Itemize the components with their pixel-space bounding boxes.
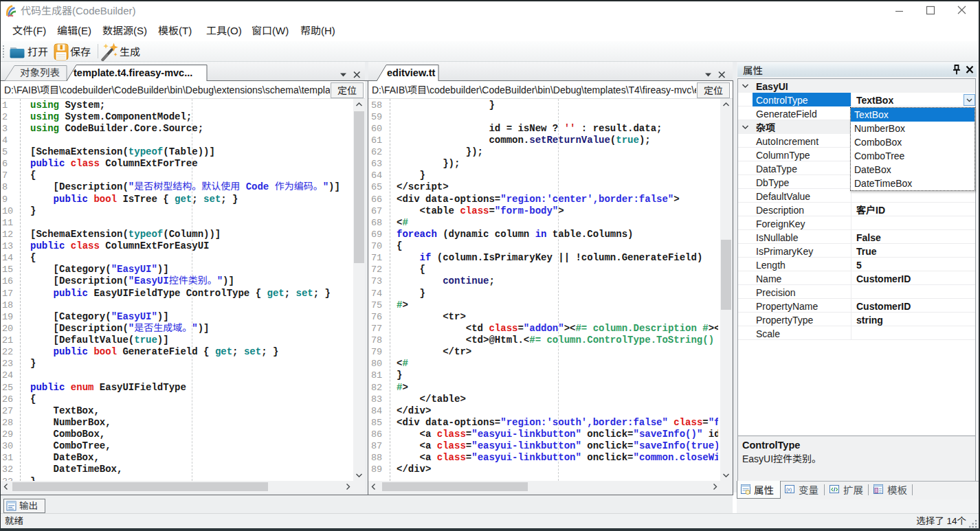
svg-text:(x): (x) — [786, 487, 792, 493]
